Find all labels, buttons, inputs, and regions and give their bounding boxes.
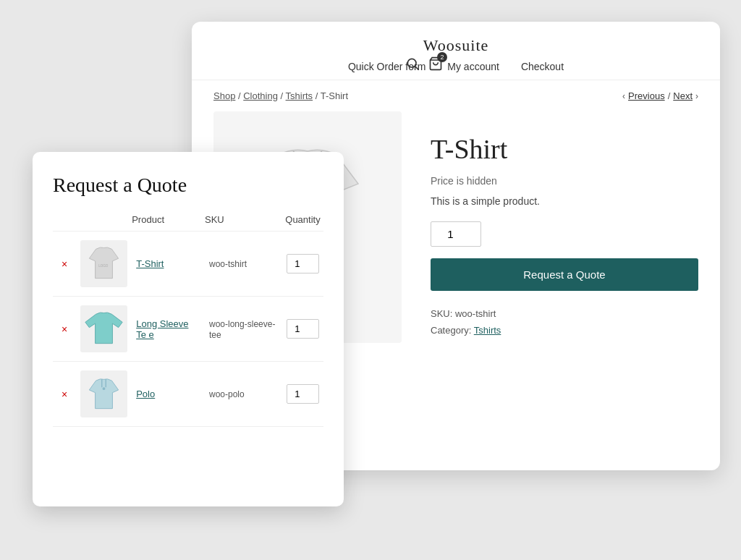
item-name-link[interactable]: Long Sleeve Te e [136,318,188,340]
product-description: This is a simple product. [431,195,698,207]
prev-chevron: ‹ [622,91,625,101]
category-meta: Category: Tshirts [431,322,698,339]
breadcrumb-shop[interactable]: Shop [213,90,235,101]
thumb-cell: LOGO [76,232,132,297]
item-name-link[interactable]: T-Shirt [136,258,164,269]
name-cell: Long Sleeve Te e [132,297,205,362]
svg-text:LOGO: LOGO [98,264,109,268]
table-row: × LOGO T-Shirt woo-tshirt [53,232,323,297]
item-name: Polo [136,389,200,399]
category-value[interactable]: Tshirts [474,325,501,336]
qty-cell [282,362,323,427]
breadcrumb-current: T-Shirt [321,90,348,101]
product-meta: SKU: woo-tshirt Category: Tshirts [431,305,698,339]
item-name: T-Shirt [136,258,200,269]
table-row: × Long Sleeve Te e woo-long-sleeve-tee [53,297,323,362]
breadcrumb: Shop / Clothing / Tshirts / T-Shirt [213,90,348,101]
sku-meta: SKU: woo-tshirt [431,305,698,322]
quote-card: Request a Quote Product SKU Quantity × L… [33,152,344,506]
col-thumb [76,214,132,232]
next-chevron: › [695,91,698,101]
quantity-input[interactable] [431,221,481,247]
item-sku: woo-tshirt [209,259,247,269]
item-quantity-input[interactable] [287,254,319,273]
item-name-link[interactable]: Polo [136,389,155,399]
remove-cell: × [53,297,76,362]
remove-item-button[interactable]: × [57,323,72,335]
item-sku: woo-long-sleeve-tee [209,319,275,340]
item-quantity-input[interactable] [287,319,319,339]
svg-point-0 [407,59,416,67]
main-nav: Quick Order form My account Checkout [213,61,698,72]
item-quantity-input[interactable] [287,384,319,404]
item-name: Long Sleeve Te e [136,318,200,340]
name-cell: T-Shirt [132,232,205,297]
sku-label: SKU: [431,308,452,319]
col-remove [53,214,76,232]
site-header: Woosuite Quick Order form My account Che… [192,22,720,80]
site-title: Woosuite [213,36,698,55]
item-sku: woo-polo [209,389,245,399]
qty-cell [282,297,323,362]
quote-table: Product SKU Quantity × LOGO T-Shirt woo-… [53,214,323,427]
item-thumbnail [80,370,127,417]
sku-cell: woo-tshirt [205,232,282,297]
product-title: T-Shirt [431,133,698,165]
col-product: Product [132,214,205,232]
request-quote-button[interactable]: Request a Quote [431,258,698,291]
remove-item-button[interactable]: × [57,389,72,400]
pagination: ‹ Previous / Next › [622,90,698,101]
svg-point-9 [103,387,106,390]
item-thumbnail [80,305,127,352]
thumb-cell [76,297,132,362]
breadcrumb-tshirts[interactable]: Tshirts [286,90,313,101]
qty-cell [282,232,323,297]
sku-cell: woo-long-sleeve-tee [205,297,282,362]
price-hidden-text: Price is hidden [431,175,698,187]
svg-line-1 [415,67,419,70]
prev-link[interactable]: Previous [628,90,665,101]
table-row: × Polo woo-polo [53,362,323,427]
nav-checkout[interactable]: Checkout [521,61,564,72]
cart-icon[interactable]: 2 [428,56,443,74]
thumb-cell [76,362,132,427]
item-thumbnail: LOGO [80,240,127,287]
name-cell: Polo [132,362,205,427]
search-icon[interactable] [405,56,420,74]
product-details: T-Shirt Price is hidden This is a simple… [431,111,698,343]
col-quantity: Quantity [282,214,323,232]
next-link[interactable]: Next [673,90,693,101]
category-label: Category: [431,325,471,336]
quote-title: Request a Quote [53,174,323,197]
sku-cell: woo-polo [205,362,282,427]
col-sku: SKU [205,214,282,232]
header-icons: 2 [405,56,443,74]
remove-cell: × [53,362,76,427]
sku-value: woo-tshirt [455,308,496,319]
remove-item-button[interactable]: × [57,258,72,270]
breadcrumb-clothing[interactable]: Clothing [243,90,278,101]
breadcrumb-row: Shop / Clothing / Tshirts / T-Shirt ‹ Pr… [192,80,720,111]
remove-cell: × [53,232,76,297]
nav-my-account[interactable]: My account [447,61,499,72]
